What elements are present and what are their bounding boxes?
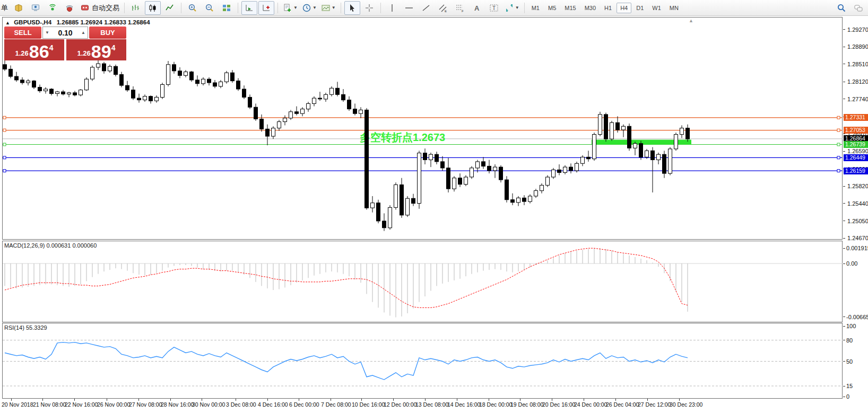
autoscroll-icon: [245, 3, 254, 13]
indicators-button[interactable]: ▼: [281, 1, 299, 15]
buy-price[interactable]: 1.26 89 4: [66, 39, 126, 60]
price-tick: [843, 151, 845, 152]
cursor-button[interactable]: [344, 1, 360, 15]
time-tick-label: 22 Nov 16:00: [65, 401, 98, 408]
chevron-down-icon[interactable]: ▼: [332, 5, 336, 10]
level-price-label: 1.26159: [844, 168, 868, 174]
rsi-tick-label: 100: [846, 323, 856, 329]
price-tick: [843, 221, 845, 221]
chat-button[interactable]: [850, 1, 866, 15]
timeframe-m15[interactable]: M15: [561, 3, 579, 13]
price-tick: [843, 29, 845, 30]
toolbar: 单 自动交易 ▼▼▼EFAT▼ M1M5M15M30H1H4D1W1MN: [0, 0, 868, 16]
linechart-button[interactable]: [162, 1, 178, 15]
timeframe-m5[interactable]: M5: [544, 3, 560, 13]
macd-tick-label: 0.001915: [846, 245, 868, 251]
fibonacci-button[interactable]: F: [452, 1, 468, 15]
price-tick: [843, 82, 845, 82]
time-tick-label: 27 Dec 12:00: [638, 401, 671, 408]
timeframe-m1[interactable]: M1: [528, 3, 543, 13]
periods-button[interactable]: ▼: [300, 1, 318, 15]
time-tick-label: 30 Nov 00:00: [192, 401, 225, 408]
templates-icon: [321, 3, 331, 13]
time-tick-label: 26 Nov 00:00: [97, 401, 130, 408]
buy-button[interactable]: BUY: [89, 27, 126, 39]
time-tick: [679, 399, 680, 401]
volume-stepper[interactable]: ▼ 0.10 ▲: [42, 27, 88, 39]
signals-button[interactable]: [45, 1, 60, 15]
volume-up-icon[interactable]: ▲: [79, 30, 88, 35]
one-click-collapse-icon[interactable]: ▲: [5, 20, 10, 25]
time-tick-label: 6 Dec 00:00: [289, 401, 319, 408]
zoom-in-button[interactable]: [185, 1, 201, 15]
mt4-window: 单 自动交易 ▼▼▼EFAT▼ M1M5M15M30H1H4D1W1MN ▲ G…: [0, 0, 868, 413]
bars-button[interactable]: [128, 1, 144, 15]
book-button[interactable]: [11, 1, 27, 15]
toolbar-separator: [277, 3, 278, 13]
chevron-down-icon[interactable]: ▼: [293, 5, 298, 10]
hline-button[interactable]: [401, 1, 417, 15]
chevron-down-icon[interactable]: ▼: [313, 5, 317, 10]
market-button[interactable]: [62, 1, 77, 15]
sell-price[interactable]: 1.26 86 4: [4, 39, 64, 60]
rsi-panel[interactable]: [2, 323, 843, 399]
time-tick-label: 20 Nov 2018: [2, 401, 33, 408]
text-button[interactable]: A: [469, 1, 485, 15]
toolbar-separator: [380, 3, 381, 13]
new-order-button[interactable]: 单: [1, 3, 8, 13]
macd-tick-label: -0.006659: [846, 314, 868, 320]
macd-panel[interactable]: [2, 241, 843, 322]
rsi-tick: [843, 326, 845, 327]
textlabel-button[interactable]: T: [486, 1, 502, 15]
autotrading-button[interactable]: 自动交易: [79, 1, 121, 15]
mql5-icon: [31, 3, 40, 13]
time-tick: [520, 399, 520, 401]
timeframe-mn[interactable]: MN: [666, 3, 682, 13]
arrows-icon: [505, 3, 514, 13]
one-click-trading-panel: SELL ▼ 0.10 ▲ BUY 1.26 86 4 1.26 89 4: [4, 27, 126, 60]
price-tick-label: 1.28120: [847, 78, 868, 85]
chart-shift-button[interactable]: [258, 1, 274, 15]
level-price-label: 1.26739: [844, 141, 868, 148]
time-tick: [361, 399, 362, 401]
book-icon: [14, 3, 23, 13]
zoom-out-button[interactable]: [202, 1, 218, 15]
mql5-button[interactable]: [28, 1, 44, 15]
candles-button[interactable]: [145, 1, 161, 15]
sell-button[interactable]: SELL: [4, 27, 41, 39]
templates-button[interactable]: ▼: [319, 1, 337, 15]
vline-button[interactable]: [384, 1, 400, 15]
time-tick-label: 24 Dec 00:00: [574, 401, 607, 408]
cursor-icon: [348, 3, 357, 13]
time-tick: [425, 399, 426, 401]
time-tick-label: 28 Nov 16:00: [161, 401, 194, 408]
timeframe-h4[interactable]: H4: [617, 3, 631, 13]
rsi-label: RSI(14) 55.3329: [4, 324, 47, 331]
main-chart-panel[interactable]: [2, 17, 843, 240]
autoscroll-button[interactable]: [241, 1, 257, 15]
chevron-down-icon[interactable]: ▼: [515, 5, 519, 10]
timeframe-w1[interactable]: W1: [648, 3, 665, 13]
chart-shift-marker-icon[interactable]: ▲: [689, 18, 693, 23]
rsi-tick: [843, 340, 845, 340]
timeframe-m30[interactable]: M30: [581, 3, 600, 13]
arrows-button[interactable]: ▼: [503, 1, 521, 15]
volume-value[interactable]: 0.10: [51, 29, 79, 37]
rsi-tick-label: 50: [846, 358, 853, 365]
time-tick: [170, 399, 171, 401]
volume-down-icon[interactable]: ▼: [43, 30, 51, 35]
time-tick: [236, 399, 236, 401]
bars-icon: [131, 3, 141, 13]
search-button[interactable]: [834, 1, 849, 15]
trendline-button[interactable]: [418, 1, 434, 15]
timeframe-d1[interactable]: D1: [632, 3, 647, 13]
sell-price-big: 86: [29, 43, 49, 59]
time-tick: [11, 399, 12, 401]
tile-windows-button[interactable]: [219, 1, 235, 15]
channel-button[interactable]: E: [435, 1, 451, 15]
crosshair-button[interactable]: [361, 1, 377, 15]
price-tick-label: 1.27740: [847, 96, 868, 102]
timeframe-h1[interactable]: H1: [601, 3, 615, 13]
svg-text:E: E: [445, 10, 447, 13]
time-tick-label: 19 Dec 08:00: [510, 401, 543, 408]
